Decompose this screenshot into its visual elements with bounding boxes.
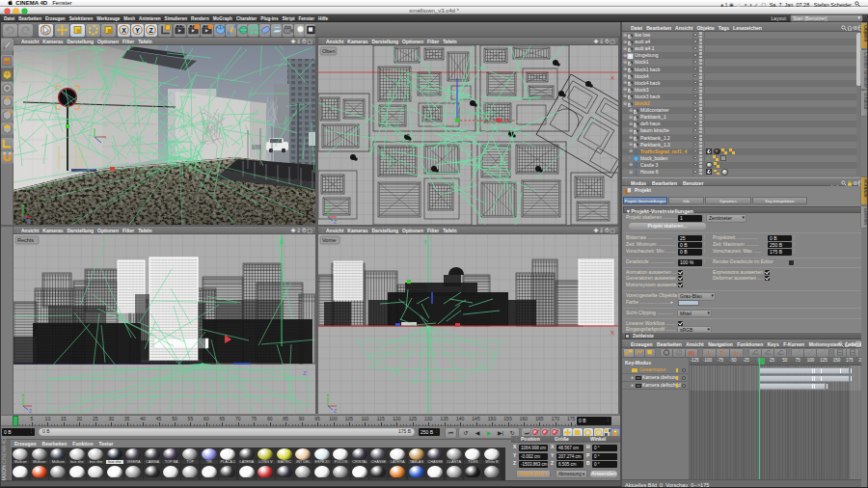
- svg-text:De-Preset spektralach: De-Preset spektralach: [15, 47, 68, 53]
- svg-text:Z: Z: [29, 408, 32, 414]
- svg-text:Y: Y: [135, 27, 140, 34]
- svg-text:Z: Z: [334, 408, 337, 414]
- svg-text:X: X: [610, 330, 614, 336]
- svg-text:X: X: [610, 75, 614, 81]
- svg-text:Y: Y: [423, 239, 427, 245]
- svg-text:Oben: Oben: [322, 48, 335, 54]
- svg-text:Z: Z: [149, 27, 152, 34]
- svg-text:Vorne: Vorne: [322, 237, 336, 243]
- svg-text:X: X: [122, 27, 126, 34]
- svg-text:P: P: [597, 430, 600, 435]
- svg-text:Z: Z: [303, 370, 307, 376]
- svg-text:Rechts: Rechts: [17, 237, 34, 243]
